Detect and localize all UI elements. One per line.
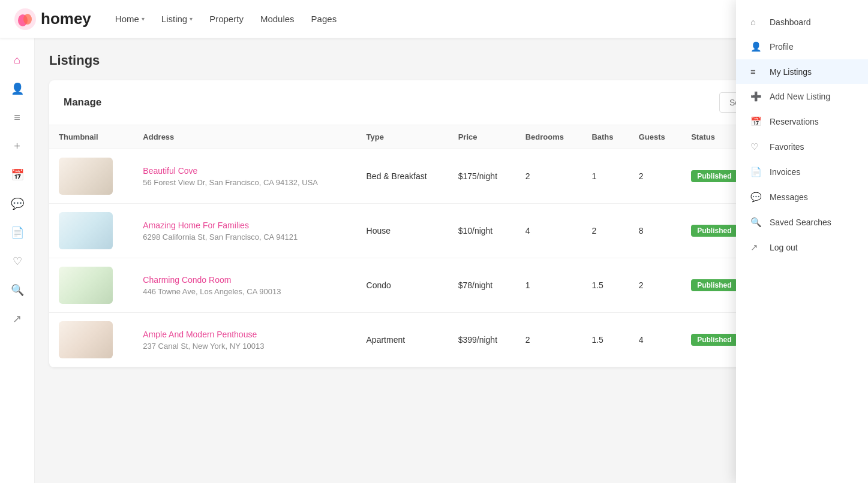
page-title: Listings bbox=[49, 53, 854, 68]
cell-bedrooms-0: 2 bbox=[516, 149, 582, 204]
dropdown-label-favorites: Favorites bbox=[770, 142, 804, 152]
listing-name-2[interactable]: Charming Condo Room bbox=[143, 275, 347, 285]
thumbnail-image-1 bbox=[59, 212, 113, 249]
table-row: Charming Condo Room 446 Towne Ave, Los A… bbox=[49, 258, 854, 313]
cell-address-0: Beautiful Cove 56 Forest View Dr, San Fr… bbox=[133, 149, 356, 204]
status-badge-3: Published bbox=[691, 334, 737, 346]
left-sidebar: ⌂ 👤 ≡ + 📅 💬 📄 ♡ 🔍 ↗ bbox=[0, 38, 35, 483]
cell-guests-0: 2 bbox=[629, 149, 681, 204]
dropdown-item-dashboard[interactable]: ⌂ Dashboard bbox=[736, 10, 868, 34]
dropdown-icon-my-listings: ≡ bbox=[750, 67, 761, 77]
svg-point-2 bbox=[23, 14, 32, 25]
dropdown-item-messages[interactable]: 💬 Messages bbox=[736, 185, 868, 210]
nav-pages[interactable]: Pages bbox=[311, 14, 337, 24]
thumbnail-image-2 bbox=[59, 267, 113, 304]
dropdown-label-saved-searches: Saved Searches bbox=[770, 218, 831, 227]
listings-table: Thumbnail Address Type Price Bedrooms Ba… bbox=[49, 125, 854, 367]
cell-thumbnail-1 bbox=[49, 204, 133, 258]
cell-baths-1: 2 bbox=[582, 204, 629, 258]
logo[interactable]: homey bbox=[14, 8, 91, 30]
thumbnail-image-0 bbox=[59, 158, 113, 195]
dropdown-icon-dashboard: ⌂ bbox=[750, 17, 761, 27]
sidebar-share-icon[interactable]: ↗ bbox=[5, 307, 29, 331]
sidebar-heart-icon[interactable]: ♡ bbox=[5, 249, 29, 273]
listing-name-3[interactable]: Ample And Modern Penthouse bbox=[143, 330, 347, 339]
sidebar-calendar-icon[interactable]: 📅 bbox=[5, 163, 29, 187]
dropdown-item-reservations[interactable]: 📅 Reservations bbox=[736, 109, 868, 134]
cell-thumbnail-2 bbox=[49, 258, 133, 313]
listing-address-0: 56 Forest View Dr, San Francisco, CA 941… bbox=[143, 178, 318, 187]
manage-bar: Manage bbox=[49, 80, 854, 125]
listings-tbody: Beautiful Cove 56 Forest View Dr, San Fr… bbox=[49, 149, 854, 367]
status-badge-0: Published bbox=[691, 170, 737, 182]
dropdown-icon-add-listing: ➕ bbox=[750, 91, 761, 102]
dropdown-item-logout[interactable]: ↗ Log out bbox=[736, 235, 868, 260]
nav-modules[interactable]: Modules bbox=[260, 14, 295, 24]
user-dropdown: ⌂ Dashboard 👤 Profile ≡ My Listings ➕ Ad… bbox=[736, 0, 868, 483]
cell-bedrooms-2: 1 bbox=[516, 258, 582, 313]
sidebar-list-icon[interactable]: ≡ bbox=[5, 105, 29, 129]
listings-card: Manage Thumbnail Address Type Price Bedr… bbox=[49, 80, 854, 367]
manage-title: Manage bbox=[64, 96, 101, 108]
table-row: Amazing Home For Families 6298 Californi… bbox=[49, 204, 854, 258]
table-row: Beautiful Cove 56 Forest View Dr, San Fr… bbox=[49, 149, 854, 204]
dropdown-item-my-listings[interactable]: ≡ My Listings bbox=[736, 59, 868, 84]
dropdown-icon-reservations: 📅 bbox=[750, 116, 761, 127]
dropdown-label-invoices: Invoices bbox=[770, 167, 800, 177]
cell-price-2: $78/night bbox=[449, 258, 516, 313]
dropdown-item-invoices[interactable]: 📄 Invoices bbox=[736, 159, 868, 185]
listing-address-3: 237 Canal St, New York, NY 10013 bbox=[143, 342, 264, 351]
dropdown-item-favorites[interactable]: ♡ Favorites bbox=[736, 134, 868, 159]
dropdown-label-reservations: Reservations bbox=[770, 117, 819, 126]
dropdown-label-add-listing: Add New Listing bbox=[770, 92, 830, 101]
cell-type-0: Bed & Breakfast bbox=[357, 149, 449, 204]
table-row: Ample And Modern Penthouse 237 Canal St,… bbox=[49, 313, 854, 367]
dropdown-label-my-listings: My Listings bbox=[770, 67, 812, 77]
sidebar-search-icon[interactable]: 🔍 bbox=[5, 278, 29, 302]
dropdown-icon-profile: 👤 bbox=[750, 41, 761, 52]
dropdown-label-dashboard: Dashboard bbox=[770, 17, 811, 27]
col-baths: Baths bbox=[582, 125, 629, 149]
listing-address-1: 6298 California St, San Francisco, CA 94… bbox=[143, 233, 298, 242]
table-header: Thumbnail Address Type Price Bedrooms Ba… bbox=[49, 125, 854, 149]
nav-listing[interactable]: Listing ▾ bbox=[161, 14, 193, 24]
cell-bedrooms-3: 2 bbox=[516, 313, 582, 367]
dropdown-item-profile[interactable]: 👤 Profile bbox=[736, 34, 868, 59]
sidebar-message-icon[interactable]: 💬 bbox=[5, 192, 29, 216]
nav-links: Home ▾ Listing ▾ Property Modules Pages bbox=[115, 14, 776, 24]
listing-name-1[interactable]: Amazing Home For Families bbox=[143, 221, 347, 230]
sidebar-document-icon[interactable]: 📄 bbox=[5, 221, 29, 244]
thumbnail-image-3 bbox=[59, 321, 113, 358]
dropdown-item-add-listing[interactable]: ➕ Add New Listing bbox=[736, 84, 868, 109]
status-badge-2: Published bbox=[691, 279, 737, 291]
cell-baths-0: 1 bbox=[582, 149, 629, 204]
dropdown-icon-logout: ↗ bbox=[750, 242, 761, 253]
logo-text: homey bbox=[41, 10, 91, 28]
cell-price-0: $175/night bbox=[449, 149, 516, 204]
nav-home[interactable]: Home ▾ bbox=[115, 14, 145, 24]
col-bedrooms: Bedrooms bbox=[516, 125, 582, 149]
sidebar-person-icon[interactable]: 👤 bbox=[5, 77, 29, 101]
dropdown-item-saved-searches[interactable]: 🔍 Saved Searches bbox=[736, 210, 868, 235]
cell-thumbnail-0 bbox=[49, 149, 133, 204]
nav-property[interactable]: Property bbox=[209, 14, 244, 24]
dropdown-icon-invoices: 📄 bbox=[750, 167, 761, 177]
cell-type-3: Apartment bbox=[357, 313, 449, 367]
col-guests: Guests bbox=[629, 125, 681, 149]
status-badge-1: Published bbox=[691, 225, 737, 237]
dropdown-label-messages: Messages bbox=[770, 192, 808, 202]
dropdown-label-logout: Log out bbox=[770, 243, 798, 252]
dropdown-icon-messages: 💬 bbox=[750, 192, 761, 203]
cell-type-1: House bbox=[357, 204, 449, 258]
sidebar-plus-icon[interactable]: + bbox=[5, 134, 29, 158]
col-price: Price bbox=[449, 125, 516, 149]
cell-guests-1: 8 bbox=[629, 204, 681, 258]
cell-thumbnail-3 bbox=[49, 313, 133, 367]
sidebar-home-icon[interactable]: ⌂ bbox=[5, 48, 29, 72]
cell-baths-2: 1.5 bbox=[582, 258, 629, 313]
logo-icon bbox=[14, 8, 36, 30]
listing-name-0[interactable]: Beautiful Cove bbox=[143, 166, 347, 176]
cell-address-3: Ample And Modern Penthouse 237 Canal St,… bbox=[133, 313, 356, 367]
listing-chevron-icon: ▾ bbox=[190, 16, 193, 22]
col-type: Type bbox=[357, 125, 449, 149]
